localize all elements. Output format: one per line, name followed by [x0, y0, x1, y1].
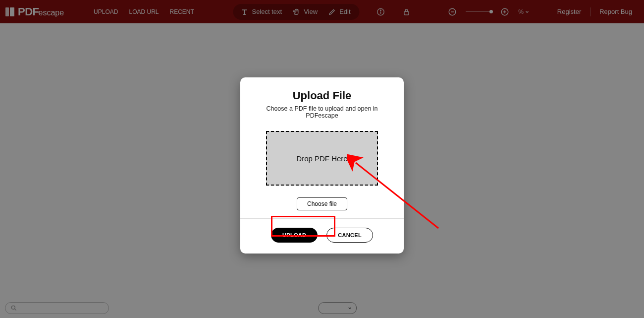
- cancel-button[interactable]: CANCEL: [326, 228, 373, 243]
- modal-title: Upload File: [251, 89, 393, 102]
- choose-file-button[interactable]: Choose file: [297, 197, 347, 210]
- dropzone[interactable]: Drop PDF Here: [266, 131, 378, 186]
- upload-button[interactable]: UPLOAD: [271, 228, 318, 243]
- modal-footer: UPLOAD CANCEL: [240, 218, 404, 254]
- dropzone-label: Drop PDF Here: [296, 154, 347, 163]
- modal-body: Upload File Choose a PDF file to upload …: [240, 77, 404, 218]
- app-root: PDF escape UPLOAD LOAD URL RECENT Select…: [0, 0, 644, 318]
- upload-modal: Upload File Choose a PDF file to upload …: [240, 77, 404, 254]
- modal-subtitle: Choose a PDF file to upload and open in …: [251, 105, 393, 119]
